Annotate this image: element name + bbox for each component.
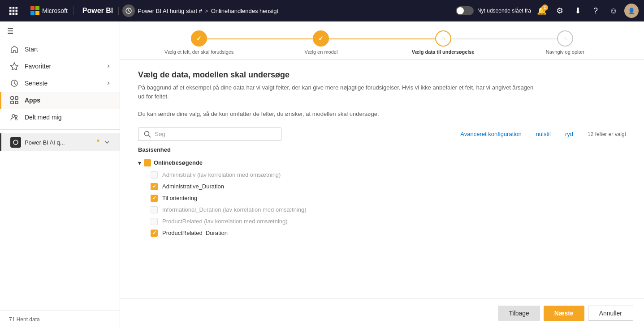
powerbi-brand: Power BI — [77, 7, 119, 15]
field-label-f4: Informational_Duration (lav korrelation … — [162, 206, 307, 213]
fields-count: 12 felter er valgt — [588, 131, 626, 137]
svg-point-22 — [13, 140, 18, 145]
sidebar-item-start[interactable]: Start — [0, 41, 120, 58]
next-button[interactable]: Næste — [544, 306, 584, 321]
workspace-diamond-icon — [95, 139, 102, 146]
step-label-2: Vælg en model — [304, 49, 337, 55]
sidebar-bottom[interactable]: 71 Hent data — [0, 311, 120, 328]
field-item: Administrative_Duration — [138, 181, 622, 192]
topnav: Microsoft Power BI Power BI AI hurtig st… — [0, 0, 644, 21]
svg-rect-18 — [11, 101, 13, 104]
stepper-container: ✓ Vælg et felt, der skal forudsiges ✓ Væ… — [120, 21, 644, 60]
step-circle-4: ○ — [557, 30, 573, 47]
notifications-button[interactable]: 🔔 1 — [535, 4, 549, 18]
field-item: Administrativ (lav korrelation med omsæt… — [138, 169, 622, 181]
search-box[interactable] — [138, 128, 281, 141]
field-checkbox-f4[interactable] — [151, 206, 158, 213]
field-item: Informational_Duration (lav korrelation … — [138, 204, 622, 216]
notification-badge: 1 — [542, 4, 548, 11]
field-label-f6: ProductRelated_Duration — [162, 230, 228, 236]
sidebar-item-delt[interactable]: Delt med mig — [0, 109, 120, 126]
sidebar-hamburger[interactable]: ☰ — [0, 21, 120, 41]
sidebar-item-seneste[interactable]: Seneste — [0, 75, 120, 92]
field-item: ProductRelated_Duration — [138, 227, 622, 239]
field-label-f3: Til orientering — [162, 195, 197, 201]
download-button[interactable]: ⬇ — [571, 4, 585, 18]
svg-rect-0 — [9, 7, 12, 9]
workspace-chevron-icon[interactable] — [104, 139, 111, 146]
clear-link[interactable]: ryd — [565, 131, 573, 137]
breadcrumb-workspace[interactable]: Power BI AI hurtig start # — [138, 8, 202, 14]
user-avatar[interactable]: 👤 — [624, 4, 639, 18]
settings-button[interactable]: ⚙ — [553, 4, 567, 18]
breadcrumb-current: Onlinehandlendes hensigt — [211, 8, 278, 14]
svg-rect-11 — [30, 11, 35, 15]
search-icon — [144, 131, 151, 138]
new-look-toggle[interactable] — [456, 6, 474, 15]
svg-rect-10 — [35, 6, 39, 10]
workspace-label: Power BI AI q... — [25, 139, 91, 146]
svg-rect-12 — [35, 11, 39, 15]
svg-rect-1 — [13, 7, 15, 9]
sidebar: ☰ Start Favoritter Seneste Apps Delt med… — [0, 21, 120, 328]
back-button[interactable]: Tilbage — [498, 306, 540, 321]
svg-point-23 — [145, 131, 149, 136]
footer: Tilbage Næste Annuller — [120, 298, 644, 328]
step-3: ○ Vælg data til undersøgelse — [382, 30, 504, 55]
svg-marker-14 — [11, 63, 18, 70]
svg-rect-17 — [15, 97, 18, 99]
help-button[interactable]: ? — [588, 4, 603, 18]
svg-rect-9 — [30, 6, 35, 10]
content-area: Vælg de data, modellen skal undersøge På… — [120, 60, 644, 298]
workspace-sq-icon — [10, 137, 21, 148]
field-item: ProductRelated (lav korrelation med omsæ… — [138, 216, 622, 227]
step-circle-3: ○ — [435, 30, 451, 47]
collapse-icon[interactable]: ▾ — [138, 159, 141, 166]
parent-icon — [144, 159, 151, 166]
toggle-knob — [457, 7, 464, 14]
field-checkbox-f3[interactable] — [151, 195, 158, 202]
search-input[interactable] — [155, 131, 276, 137]
sidebar-label-apps: Apps — [25, 97, 40, 104]
grid-menu-button[interactable] — [5, 3, 22, 19]
svg-rect-2 — [16, 7, 18, 9]
field-checkbox-f2[interactable] — [151, 183, 158, 190]
section-label: Basisenhed — [138, 146, 626, 153]
top-right-controls: Avanceret konfiguration nulstil ryd 12 f… — [460, 131, 626, 137]
field-label-f2: Administrative_Duration — [162, 183, 224, 190]
step-2: ✓ Vælg en model — [260, 30, 382, 55]
field-label-f5: ProductRelated (lav korrelation med omsæ… — [162, 218, 288, 225]
search-controls: Avanceret konfiguration nulstil ryd 12 f… — [138, 128, 626, 141]
svg-rect-16 — [11, 97, 13, 99]
workspace-icon[interactable] — [122, 4, 135, 17]
field-checkbox-f1[interactable] — [151, 171, 158, 179]
field-checkbox-f5[interactable] — [151, 218, 158, 225]
step-label-1: Vælg et felt, der skal forudsiges — [164, 49, 233, 55]
sidebar-item-favoritter[interactable]: Favoritter — [0, 58, 120, 75]
svg-rect-4 — [13, 10, 15, 12]
field-checkbox-f6[interactable] — [151, 230, 158, 237]
stepper: ✓ Vælg et felt, der skal forudsiges ✓ Væ… — [138, 30, 626, 55]
sidebar-divider — [0, 129, 120, 130]
content-desc-1: På baggrund af et eksempel på dine data … — [138, 83, 541, 101]
breadcrumb: Power BI AI hurtig start # > Onlinehandl… — [122, 4, 452, 17]
sidebar-label-delt: Delt med mig — [25, 114, 61, 121]
reset-link[interactable]: nulstil — [536, 131, 551, 137]
svg-rect-3 — [9, 10, 12, 12]
toggle-label: Nyt udseende slået fra — [477, 8, 531, 14]
svg-line-24 — [149, 135, 151, 137]
advanced-config-link[interactable]: Avanceret konfiguration — [460, 131, 521, 137]
feedback-button[interactable]: ☺ — [606, 4, 621, 18]
svg-point-20 — [12, 115, 15, 117]
content-title: Vælg de data, modellen skal undersøge — [138, 70, 626, 80]
sidebar-workspace-item[interactable]: Power BI AI q... — [0, 133, 120, 151]
cancel-button[interactable]: Annuller — [588, 306, 633, 321]
svg-rect-5 — [16, 10, 18, 12]
toggle-container: Nyt udseende slået fra — [456, 6, 531, 15]
step-4: ○ Navngiv og oplær — [504, 30, 626, 55]
step-label-4: Navngiv og oplær — [546, 49, 584, 55]
tree-parent: ▾ Onlinebesøgende — [138, 157, 622, 169]
svg-rect-19 — [15, 101, 18, 104]
sidebar-label-favoritter: Favoritter — [25, 63, 51, 70]
sidebar-item-apps[interactable]: Apps — [0, 92, 120, 109]
